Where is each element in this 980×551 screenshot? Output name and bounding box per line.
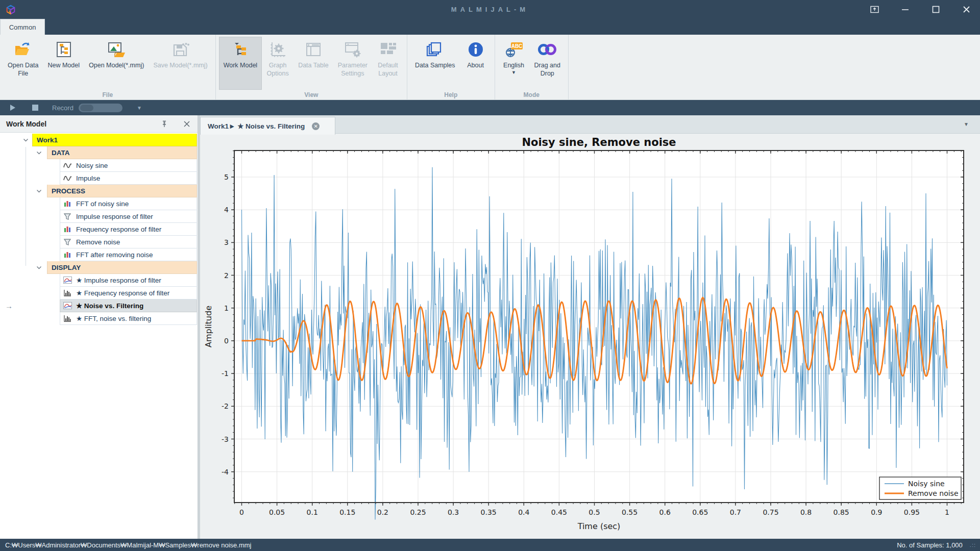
tree-item[interactable]: ★ Impulse response of filter	[0, 274, 198, 287]
stop-button[interactable]	[30, 102, 41, 113]
bars-icon	[63, 199, 72, 208]
ribbon-group-mode: ABCEnglish▼Drag and DropMode	[495, 35, 569, 99]
linechart-icon	[63, 276, 72, 284]
tree-item[interactable]: Impulse response of filter	[0, 210, 198, 223]
work-model-icon	[232, 40, 249, 59]
ribbon-group-label: Help	[407, 91, 495, 98]
tree-cell[interactable]: FFT of noisy sine	[60, 197, 197, 210]
expander-chevron-icon[interactable]	[35, 264, 43, 272]
new-model-button[interactable]: New Model	[43, 37, 84, 90]
tree-cell[interactable]: PROCESS	[47, 185, 197, 197]
tree-cell[interactable]: ★ Impulse response of filter	[60, 274, 197, 287]
open-model-icon	[107, 40, 126, 59]
expander-chevron-icon[interactable]	[35, 187, 43, 195]
maximize-button[interactable]	[929, 3, 942, 16]
tree-item[interactable]: ★ Noise vs. Filtering→	[0, 299, 198, 312]
funnel-icon	[63, 238, 72, 246]
data-samples-button[interactable]: Data Samples	[410, 37, 460, 90]
tree-cell[interactable]: ★ Noise vs. Filtering	[60, 299, 197, 312]
tree-cell[interactable]: FFT after removing noise	[60, 248, 197, 261]
tree-item-label: Work1	[33, 136, 58, 144]
tree-item[interactable]: ★ Frequency response of filter	[0, 287, 198, 299]
work-model-button[interactable]: Work Model	[219, 37, 262, 90]
svg-text:1: 1	[945, 508, 949, 516]
english-button[interactable]: ABCEnglish▼	[498, 37, 530, 90]
wave-icon	[63, 161, 72, 169]
svg-text:-3: -3	[222, 435, 229, 443]
tree-section-data[interactable]: DATA	[0, 146, 198, 159]
close-button[interactable]	[960, 3, 973, 16]
tab-list-caret-icon[interactable]: ▼	[964, 121, 969, 127]
tree-cell[interactable]: Frequency response of filter	[60, 223, 197, 236]
svg-text:0: 0	[224, 337, 229, 345]
svg-text:2: 2	[224, 271, 229, 280]
open-data-file-icon	[14, 40, 32, 59]
document-tab-close-icon[interactable]: ✕	[312, 122, 320, 130]
drag-and-drop-button[interactable]: Drag and Drop	[530, 37, 565, 90]
open-data-file-button[interactable]: Open Data File	[3, 37, 43, 90]
tree-item[interactable]: Frequency response of filter	[0, 223, 198, 236]
tree-item[interactable]: FFT after removing noise	[0, 248, 198, 261]
ribbon-button-label: Save Model(*.mmj)	[153, 62, 207, 70]
tree-cell[interactable]: DATA	[47, 146, 197, 159]
ribbon-toggle-button[interactable]	[868, 3, 881, 16]
ribbon-button-label: New Model	[47, 62, 80, 70]
tree-cell[interactable]: Remove noise	[60, 236, 197, 248]
panel-close-icon[interactable]	[182, 119, 191, 129]
tree-section-display[interactable]: DISPLAY	[0, 261, 198, 274]
funnel-icon	[63, 212, 72, 220]
minimize-button[interactable]	[898, 3, 912, 16]
ribbon-button-label: Open Model(*.mmj)	[89, 62, 144, 70]
tree-item[interactable]: ★ FFT, noise vs. filtering	[0, 312, 198, 325]
record-options-caret-icon[interactable]: ▼	[137, 105, 142, 111]
tree-cell[interactable]: Impulse response of filter	[60, 210, 197, 223]
tree-root-work1[interactable]: Work1	[0, 134, 198, 146]
ribbon-group-label: File	[0, 91, 215, 98]
tree-cell[interactable]: ★ FFT, noise vs. filtering	[60, 312, 197, 325]
open-model-mmj-button[interactable]: Open Model(*.mmj)	[84, 37, 149, 90]
record-bar: Record ▼	[0, 100, 980, 115]
svg-text:Noisy sine: Noisy sine	[908, 480, 945, 488]
tree-item-label: Frequency response of filter	[72, 226, 161, 233]
tree-item-label: Noisy sine	[72, 162, 108, 169]
pin-icon[interactable]	[160, 119, 169, 129]
tree-cell[interactable]: Work1	[32, 134, 197, 146]
ribbon-tab-common[interactable]: Common	[0, 19, 45, 35]
tree-item-label: ★ FFT, noise vs. filtering	[72, 314, 151, 322]
tree-item[interactable]: FFT of noisy sine	[0, 197, 198, 210]
document-tab[interactable]: Work1► ★ Noise vs. Filtering ✕	[200, 117, 335, 135]
default-layout-icon	[379, 40, 397, 59]
expander-chevron-icon[interactable]	[21, 136, 30, 144]
status-bar: C:₩Users₩Administrator₩Documents₩Malmija…	[0, 539, 980, 551]
chart-legend: Noisy sine Remove noise	[879, 477, 961, 499]
svg-text:0.9: 0.9	[871, 508, 882, 516]
tree-cell[interactable]: DISPLAY	[47, 261, 197, 274]
resize-grip-icon[interactable]: .::	[970, 542, 976, 548]
ribbon-button-label: Data Table	[298, 62, 329, 70]
tree-cell[interactable]: Noisy sine	[60, 159, 197, 172]
svg-text:0.4: 0.4	[518, 508, 529, 516]
tree-item-label: Remove noise	[72, 238, 120, 246]
tree-cell[interactable]: ★ Frequency response of filter	[60, 287, 197, 299]
tree-item[interactable]: Noisy sine	[0, 159, 198, 172]
title-bar: MALMIJAL-M	[0, 0, 980, 19]
data-table-icon	[305, 40, 322, 59]
tree-cell[interactable]: Impulse	[60, 172, 197, 185]
play-button[interactable]	[7, 102, 18, 113]
bars-icon	[63, 225, 72, 233]
record-toggle[interactable]	[79, 104, 122, 112]
default-layout-button: Default Layout	[372, 37, 404, 90]
tree-item[interactable]: Remove noise	[0, 236, 198, 248]
tree-section-process[interactable]: PROCESS	[0, 185, 198, 197]
svg-text:1: 1	[224, 304, 229, 312]
document-tab-label: Work1► ★ Noise vs. Filtering	[208, 122, 305, 130]
svg-text:-4: -4	[222, 468, 229, 476]
tree-item-label: FFT after removing noise	[72, 251, 153, 259]
expander-chevron-icon[interactable]	[35, 149, 43, 157]
tree-item[interactable]: Impulse	[0, 172, 198, 185]
svg-text:0.35: 0.35	[481, 508, 497, 516]
about-button[interactable]: About	[460, 37, 492, 90]
ribbon-button-label: Open Data File	[8, 62, 38, 78]
chart-canvas[interactable]: Noisy sine, Remove noise 00.050.10.150.2…	[200, 134, 980, 539]
save-model-mmj-button: Save Model(*.mmj)	[149, 37, 212, 90]
